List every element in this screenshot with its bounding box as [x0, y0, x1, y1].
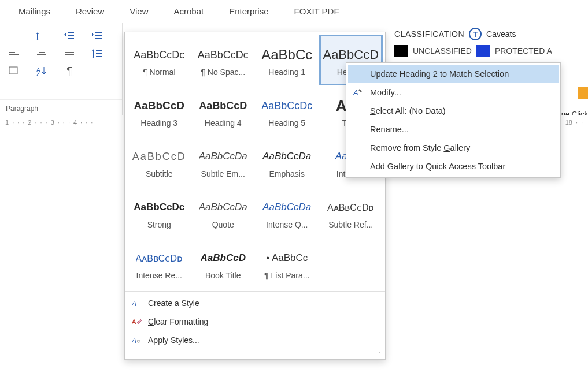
style-name: ¶ List Para... — [264, 271, 309, 280]
style--no-spac-[interactable]: AaBbCcDc¶ No Spac... — [191, 35, 256, 85]
style-preview: AᴀBʙCᴄDᴅ — [327, 196, 374, 219]
style-name: Subtitle — [146, 169, 173, 178]
line-spacing-icon[interactable] — [31, 30, 52, 43]
style-preview: AaBbCcDc — [134, 196, 184, 219]
style-name: Emphasis — [269, 169, 305, 178]
style-preview: AaBbCcD — [134, 94, 184, 117]
style-emphasis[interactable]: AaBbCcDaEmphasis — [255, 136, 319, 187]
style-name: Book Title — [205, 271, 241, 280]
style-subtle-ref-[interactable]: AᴀBʙCᴄDᴅSubtle Ref... — [319, 187, 383, 238]
svg-text:A: A — [132, 318, 136, 325]
ctx-remove-label: Remove from Style Gallery — [370, 143, 470, 152]
style-heading-1[interactable]: AaBbCcHeading 1 — [255, 35, 319, 85]
align-justify-icon[interactable] — [59, 47, 80, 60]
style-preview: AaBbCcDc — [261, 94, 312, 117]
style-name: ¶ No Spac... — [201, 68, 245, 77]
ctx-modify-label: Modify... — [370, 88, 401, 97]
style-preview: AaBbCcDa — [262, 145, 311, 168]
increase-indent-icon[interactable] — [87, 30, 108, 43]
create-style-label: Create a Style — [148, 299, 199, 308]
style-book-title[interactable]: AaBbCcDBook Title — [191, 238, 256, 289]
protected-a-label[interactable]: PROTECTED A — [495, 46, 552, 55]
clear-formatting[interactable]: A Clear Formatting — [125, 312, 385, 331]
style-name: Strong — [147, 220, 171, 229]
blue-swatch[interactable] — [476, 45, 490, 57]
paragraph-group-label: Paragraph — [0, 99, 122, 115]
eraser-icon: A — [132, 317, 142, 326]
style-name: Intense Q... — [266, 220, 308, 229]
border-icon[interactable] — [3, 65, 24, 77]
tab-review[interactable]: Review — [63, 0, 117, 23]
resize-grip[interactable]: ⋰ — [125, 349, 385, 357]
decrease-indent-icon[interactable] — [59, 30, 80, 43]
style-quote[interactable]: AaBbCcDaQuote — [191, 187, 256, 238]
ctx-update-label: Update Heading 2 to Match Selection — [370, 69, 509, 79]
unclassified-label[interactable]: UNCLASSIFIED — [413, 46, 472, 55]
svg-text:A: A — [132, 300, 136, 308]
ctx-remove-gallery[interactable]: Remove from Style Gallery — [348, 139, 559, 157]
list-icon[interactable] — [3, 30, 24, 43]
style-heading-3[interactable]: AaBbCcDHeading 3 — [127, 85, 191, 136]
style--list-para-[interactable]: • AaBbCc¶ List Para... — [255, 238, 319, 289]
style-heading-5[interactable]: AaBbCcDcHeading 5 — [255, 85, 319, 136]
style-preview: AaBbCcDa — [199, 196, 247, 219]
tab-foxit-pdf[interactable]: FOXIT PDF — [282, 0, 352, 23]
sort-icon[interactable]: AZ — [31, 65, 52, 77]
style-strong[interactable]: AaBbCcDcStrong — [127, 187, 191, 238]
style-name: Heading 3 — [140, 118, 177, 128]
orange-swatch[interactable] — [578, 87, 588, 99]
style-intense-re-[interactable]: AᴀBʙCᴄDᴅIntense Re... — [127, 238, 191, 289]
style-preview: AaBbCcD — [132, 145, 186, 168]
style-subtitle[interactable]: AaBbCcDSubtitle — [127, 136, 191, 187]
align-center-icon[interactable] — [31, 47, 52, 60]
ruler-num: 3 — [51, 119, 54, 126]
context-menu: Update Heading 2 to Match Selection A Mo… — [346, 62, 561, 178]
style-preview: AᴀBʙCᴄDᴅ — [136, 247, 183, 270]
ruler-num: 1 — [5, 119, 9, 126]
ctx-add-qat-label: Add Gallery to Quick Access Toolbar — [370, 162, 505, 171]
black-swatch[interactable] — [394, 45, 408, 57]
ruler-num: 18 — [565, 119, 572, 126]
caveats-icon[interactable]: T — [469, 28, 482, 40]
tab-view[interactable]: View — [117, 0, 161, 23]
ruler-num: 4 — [73, 119, 77, 126]
tab-acrobat[interactable]: Acrobat — [161, 0, 216, 23]
style-name: Heading 5 — [268, 118, 305, 128]
pilcrow-icon[interactable]: ¶ — [59, 65, 80, 77]
style-preview: • AaBbCc — [266, 247, 308, 270]
style-name: Subtle Em... — [201, 169, 245, 178]
style-name: Intense Re... — [136, 271, 182, 280]
style-intense-q-[interactable]: AaBbCcDaIntense Q... — [255, 187, 319, 238]
create-style[interactable]: A Create a Style — [125, 294, 385, 312]
apply-styles-label: Apply Styles... — [148, 335, 199, 345]
style-preview: AaBbCc — [261, 43, 312, 66]
line-height-icon[interactable] — [87, 47, 108, 60]
apply-styles[interactable]: A↻ Apply Styles... — [125, 331, 385, 349]
style-preview: AaBbCcDa — [262, 196, 311, 219]
svg-text:Z: Z — [36, 71, 40, 77]
classification-area: CLASSIFICATION T Caveats UNCLASSIFIED PR… — [394, 28, 552, 57]
clear-formatting-label: Clear Formatting — [148, 317, 208, 326]
style-subtle-em-[interactable]: AaBbCcDaSubtle Em... — [191, 136, 256, 187]
style--normal[interactable]: AaBbCcDc¶ Normal — [127, 35, 191, 85]
style-name: Quote — [212, 220, 234, 229]
ctx-add-qat[interactable]: Add Gallery to Quick Access Toolbar — [348, 157, 559, 176]
style-name: Heading 4 — [205, 118, 242, 128]
tab-enterprise[interactable]: Enterprise — [216, 0, 281, 23]
ctx-rename[interactable]: Rename... — [348, 120, 559, 139]
style-preview: AaBbCcDc — [134, 43, 184, 66]
ctx-select-all[interactable]: Select All: (No Data) — [348, 102, 559, 120]
style-name: Subtle Ref... — [328, 220, 373, 229]
caveats-label: Caveats — [486, 29, 516, 39]
style-heading-4[interactable]: AaBbCcDHeading 4 — [191, 85, 256, 136]
ctx-update-match[interactable]: Update Heading 2 to Match Selection — [348, 65, 559, 83]
style-preview: AaBbCcD — [199, 94, 247, 117]
style-preview: AaBbCcD — [201, 247, 246, 270]
align-left-icon[interactable] — [3, 47, 24, 60]
create-style-icon: A — [132, 299, 142, 308]
ctx-modify[interactable]: A Modify... — [348, 83, 559, 102]
tab-mailings[interactable]: Mailings — [6, 0, 63, 23]
ruler-num: 2 — [28, 119, 31, 126]
style-name: Heading 1 — [268, 68, 305, 77]
style-preview: AaBbCcDc — [198, 43, 249, 66]
